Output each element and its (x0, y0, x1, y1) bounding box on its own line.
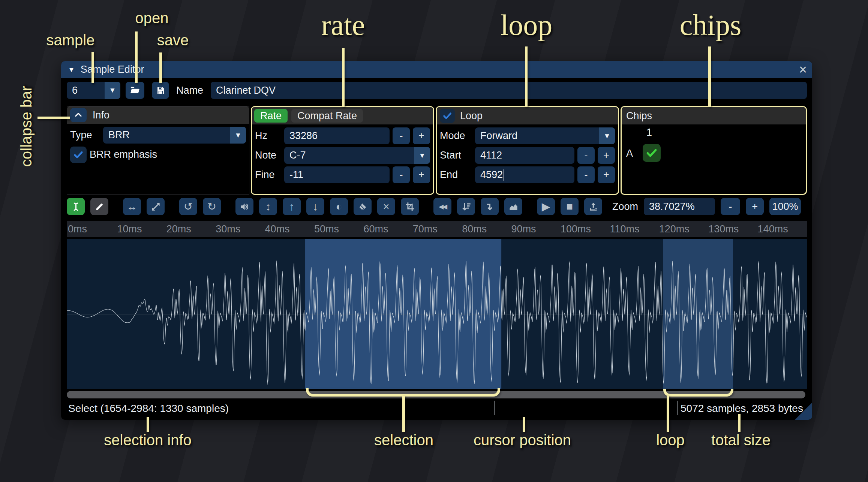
hz-input[interactable]: 33286 (284, 127, 390, 144)
loop-mode-dropdown[interactable]: Forward ▼ (475, 127, 615, 144)
annotation-loop-top: loop (501, 8, 553, 42)
contrast-button[interactable]: ◐ (330, 198, 348, 215)
loop-mode-value: Forward (475, 130, 599, 142)
eraser-button[interactable] (354, 198, 372, 215)
undo-button[interactable]: ↺ (179, 198, 197, 215)
name-label: Name (176, 82, 203, 99)
chart-area-button[interactable] (504, 198, 522, 215)
status-divider (494, 401, 495, 415)
rate-panel-header: Rate Compat Rate (252, 107, 433, 124)
close-icon[interactable]: × (799, 62, 807, 78)
arrow-down-button[interactable]: ↓ (306, 198, 324, 215)
sample-number-value: 6 (67, 85, 105, 96)
delete-x-button[interactable]: × (377, 198, 395, 215)
caret-down-icon[interactable]: ▼ (599, 127, 615, 144)
ruler-tick-label: 120ms (659, 223, 690, 235)
callout-line-total-size (738, 414, 741, 432)
ruler-tick-label: 10ms (117, 223, 142, 235)
save-sample-button[interactable] (152, 82, 169, 99)
sample-toolbar: ↔↺↻↕↑↓◐×◀◀▶■Zoom 38.7027% - + 100% (67, 198, 801, 215)
zoom-in-button[interactable]: + (746, 198, 764, 215)
arrows-diagonal-icon (151, 202, 161, 212)
info-panel-title: Info (93, 109, 109, 121)
arrows-horizontal-button[interactable]: ↔ (123, 198, 141, 215)
redo-button[interactable]: ↻ (203, 198, 221, 215)
hz-label: Hz (255, 130, 281, 142)
tab-rate[interactable]: Rate (254, 109, 288, 123)
caret-down-icon[interactable]: ▼ (414, 147, 430, 164)
hz-increment-button[interactable]: + (413, 127, 430, 144)
zoom-input[interactable]: 38.7027% (644, 198, 715, 215)
play-icon: ▶ (542, 200, 550, 213)
loop-end-increment-button[interactable]: + (598, 166, 615, 183)
caret-down-icon[interactable]: ▼ (230, 127, 246, 144)
arrow-up-button[interactable]: ↑ (283, 198, 301, 215)
play-button[interactable]: ▶ (537, 198, 555, 215)
tab-compat-rate[interactable]: Compat Rate (291, 109, 363, 123)
callout-line-loop-bottom (667, 396, 669, 432)
crop-button[interactable] (401, 198, 419, 215)
loop-start-decrement-button[interactable]: - (577, 147, 595, 164)
upload-button[interactable] (584, 198, 602, 215)
rate-panel: Rate Compat Rate Hz 33286 - + Note (251, 106, 434, 195)
loop-start-input[interactable]: 4112 (475, 147, 574, 164)
loop-panel: Loop Mode Forward ▼ Start 4112 (436, 106, 619, 195)
ruler-tick-label: 30ms (216, 223, 240, 235)
note-dropdown[interactable]: C-7 ▼ (284, 147, 430, 164)
loop-end-decrement-button[interactable]: - (577, 166, 595, 183)
time-ruler[interactable]: 0ms10ms20ms30ms40ms50ms60ms70ms80ms90ms1… (67, 221, 807, 237)
callout-line-selection-info (147, 417, 149, 432)
zoom-reset-button[interactable]: 100% (769, 198, 801, 215)
sample-number-dropdown[interactable]: 6 ▼ (67, 82, 120, 99)
ruler-tick-label: 0ms (68, 223, 87, 235)
arrows-diagonal-button[interactable] (147, 198, 165, 215)
annotation-collapse-bar: collapse bar (18, 62, 35, 167)
undo-icon: ↺ (184, 200, 193, 213)
window-collapse-triangle-icon[interactable]: ▼ (68, 66, 75, 74)
waveform-display[interactable] (67, 239, 807, 389)
arrows-vertical-button[interactable]: ↕ (259, 198, 277, 215)
open-sample-button[interactable] (126, 82, 144, 99)
caret-down-icon[interactable]: ▼ (105, 82, 120, 99)
collapse-bar-button[interactable] (70, 108, 87, 122)
backward-button[interactable]: ◀◀ (433, 198, 451, 215)
sort-descending-button[interactable] (457, 198, 475, 215)
brr-emphasis-checkbox[interactable] (70, 147, 87, 163)
eraser-icon (358, 202, 368, 212)
ibeam-cursor-icon (71, 202, 81, 212)
annotation-sample: sample (46, 32, 95, 49)
ruler-tick-label: 130ms (708, 223, 739, 235)
loop-start-label: Start (440, 150, 472, 161)
fine-decrement-button[interactable]: - (393, 166, 410, 183)
chip-column-header: 1 (646, 127, 652, 138)
stop-button[interactable]: ■ (561, 198, 579, 215)
chevron-up-icon (73, 110, 83, 120)
window-title: Sample Editor (81, 64, 144, 75)
pencil-button[interactable] (90, 198, 108, 215)
brr-emphasis-label: BRR emphasis (90, 149, 157, 160)
delete-x-icon: × (383, 201, 390, 213)
loop-checkbox[interactable] (440, 109, 455, 123)
loop-end-input[interactable]: 4592 (475, 166, 574, 183)
chips-panel-header: Chips (622, 107, 806, 124)
ibeam-cursor-button[interactable] (67, 198, 85, 215)
annotation-chips: chips (680, 8, 742, 42)
sample-type-dropdown[interactable]: BRR ▼ (103, 127, 246, 144)
zoom-out-button[interactable]: - (721, 198, 740, 215)
arrow-turn-down-button[interactable] (481, 198, 499, 215)
sample-name-input[interactable]: Clarinet DQV (211, 82, 807, 99)
fine-increment-button[interactable]: + (413, 166, 430, 183)
folder-open-icon (130, 85, 140, 96)
callout-line-collapse-bar (37, 117, 70, 119)
fine-input[interactable]: -11 (284, 166, 390, 183)
loop-start-increment-button[interactable]: + (598, 147, 615, 164)
volume-button[interactable] (235, 198, 253, 215)
ruler-tick-label: 70ms (413, 223, 438, 235)
zoom-value: 38.7027% (649, 201, 695, 213)
annotation-open: open (135, 10, 169, 27)
type-label: Type (70, 129, 100, 141)
hz-decrement-button[interactable]: - (393, 127, 410, 144)
loop-panel-title: Loop (460, 110, 483, 122)
chip-enable-checkbox[interactable] (643, 144, 661, 162)
window-titlebar[interactable]: ▼ Sample Editor × (61, 61, 812, 78)
